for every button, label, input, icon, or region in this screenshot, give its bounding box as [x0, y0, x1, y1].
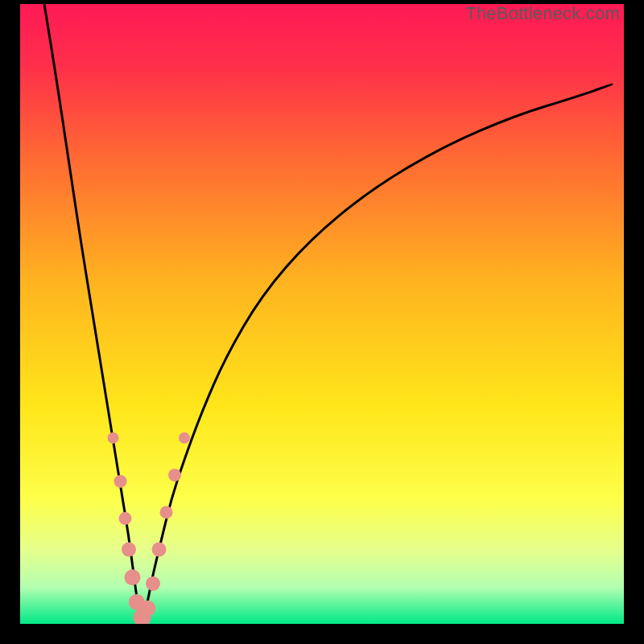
- bead-marker: [160, 506, 173, 518]
- bead-marker: [179, 432, 190, 444]
- bead-marker: [122, 543, 136, 557]
- bead-marker: [168, 469, 181, 481]
- curve-layer: [20, 4, 624, 624]
- bead-marker: [114, 475, 127, 488]
- bead-marker: [125, 569, 141, 585]
- bead-marker: [146, 576, 160, 591]
- plot-area: [20, 4, 624, 624]
- bead-marker: [152, 543, 167, 557]
- bead-marker: [139, 601, 155, 617]
- chart-frame: TheBottleneck.com: [0, 0, 644, 644]
- watermark-text: TheBottleneck.com: [465, 3, 620, 24]
- bead-marker: [119, 512, 132, 525]
- bottleneck-curve: [44, 4, 612, 617]
- bead-marker: [108, 432, 119, 444]
